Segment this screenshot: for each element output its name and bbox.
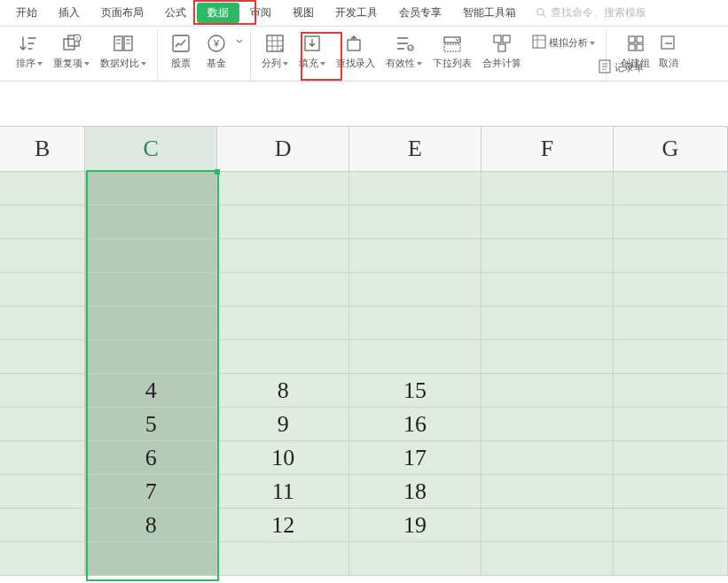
table-row[interactable] [0, 172, 728, 206]
validity-button[interactable]: 有效性 [380, 30, 427, 78]
cell[interactable] [217, 239, 349, 273]
cell[interactable] [481, 509, 614, 542]
cell[interactable] [349, 172, 481, 206]
cell[interactable]: 16 [349, 408, 481, 441]
table-row[interactable] [0, 340, 728, 374]
tab-view[interactable]: 视图 [282, 2, 325, 24]
cell[interactable] [614, 475, 728, 509]
search-box[interactable]: 查找命令、搜索模板 [536, 5, 646, 20]
cell[interactable] [614, 509, 728, 542]
cell[interactable] [481, 441, 614, 475]
split-columns-button[interactable]: 分列 [256, 30, 294, 78]
cell[interactable] [481, 206, 614, 239]
cell[interactable]: 4 [85, 374, 217, 408]
cell[interactable] [0, 542, 85, 576]
cell[interactable] [614, 307, 728, 340]
cell[interactable] [0, 441, 85, 475]
table-row[interactable] [0, 206, 728, 239]
table-row[interactable] [0, 239, 728, 273]
cell[interactable] [0, 509, 85, 542]
table-row[interactable] [0, 273, 728, 307]
cell[interactable] [85, 172, 217, 206]
cell[interactable]: 9 [217, 408, 349, 441]
cell[interactable] [0, 374, 85, 408]
cell[interactable] [614, 408, 728, 441]
table-row[interactable]: 5 9 16 [0, 408, 728, 441]
cell[interactable] [481, 408, 614, 441]
table-row[interactable]: 4 8 15 [0, 374, 728, 408]
cell[interactable] [0, 239, 85, 273]
cell[interactable]: 17 [349, 441, 481, 475]
cell[interactable] [481, 239, 614, 273]
col-header-f[interactable]: F [481, 126, 614, 172]
cell[interactable] [217, 307, 349, 340]
cell[interactable] [349, 307, 481, 340]
cell[interactable]: 18 [349, 475, 481, 509]
tab-formula[interactable]: 公式 [154, 2, 197, 24]
cell[interactable] [349, 239, 481, 273]
cell[interactable] [85, 206, 217, 239]
table-row[interactable]: 7 11 18 [0, 475, 728, 509]
compare-button[interactable]: 数据对比 [95, 30, 152, 78]
table-row[interactable]: 8 12 19 [0, 509, 728, 542]
tab-insert[interactable]: 插入 [48, 2, 90, 24]
cell[interactable]: 11 [217, 475, 349, 509]
cell[interactable] [85, 340, 217, 374]
dropdown-button[interactable]: 下拉列表 [427, 30, 477, 78]
tab-start[interactable]: 开始 [5, 2, 48, 24]
cell[interactable] [481, 340, 614, 374]
cell[interactable] [0, 307, 85, 340]
cell[interactable] [0, 475, 85, 509]
cell[interactable] [481, 172, 614, 206]
cell[interactable]: 19 [349, 509, 481, 542]
cell[interactable] [481, 542, 614, 576]
cell[interactable]: 15 [349, 374, 481, 408]
cell[interactable] [217, 542, 349, 576]
form-button[interactable]: 记录单 [592, 55, 649, 80]
cell[interactable]: 6 [85, 441, 217, 475]
sheet-area[interactable]: B C D E F G [0, 82, 728, 583]
col-header-d[interactable]: D [217, 126, 349, 172]
col-header-g[interactable]: G [614, 126, 728, 172]
cell[interactable] [0, 172, 85, 206]
cell[interactable] [217, 172, 349, 206]
cell[interactable] [349, 542, 481, 576]
cell[interactable] [614, 340, 728, 374]
dedup-button[interactable]: i 重复项 [48, 30, 95, 78]
cell[interactable] [217, 206, 349, 239]
cell[interactable] [481, 475, 614, 509]
cell[interactable] [0, 340, 85, 374]
cell[interactable] [85, 542, 217, 576]
cell[interactable] [0, 273, 85, 307]
find-input-button[interactable]: 查找录入 [331, 30, 380, 78]
cancel-group-button[interactable]: 取消 [655, 30, 682, 78]
cell[interactable] [614, 542, 728, 576]
table-row[interactable]: 6 10 17 [0, 441, 728, 475]
cell[interactable]: 10 [217, 441, 349, 475]
cell[interactable] [217, 273, 349, 307]
cell[interactable] [481, 307, 614, 340]
col-header-e[interactable]: E [349, 126, 481, 172]
stock-button[interactable]: 股票 [163, 30, 199, 78]
col-header-c[interactable]: C [85, 126, 217, 172]
tab-dev[interactable]: 开发工具 [325, 2, 388, 24]
tab-member[interactable]: 会员专享 [388, 2, 452, 24]
grid[interactable]: 4 8 15 5 9 16 6 10 17 7 11 18 [0, 172, 728, 576]
cell[interactable] [85, 273, 217, 307]
cell[interactable] [614, 206, 728, 239]
cell[interactable] [614, 239, 728, 273]
cell[interactable] [614, 273, 728, 307]
tab-layout[interactable]: 页面布局 [90, 2, 154, 24]
table-row[interactable] [0, 542, 728, 576]
cell[interactable] [614, 441, 728, 475]
tab-smart[interactable]: 智能工具箱 [452, 2, 527, 24]
table-row[interactable] [0, 307, 728, 340]
cell[interactable] [614, 374, 728, 408]
cell[interactable] [0, 206, 85, 239]
cell[interactable] [217, 340, 349, 374]
fill-button[interactable]: 填充 [294, 30, 331, 78]
tab-review[interactable]: 审阅 [239, 2, 282, 24]
cell[interactable]: 5 [85, 408, 217, 441]
cell[interactable]: 8 [85, 509, 217, 542]
cell[interactable] [349, 273, 481, 307]
